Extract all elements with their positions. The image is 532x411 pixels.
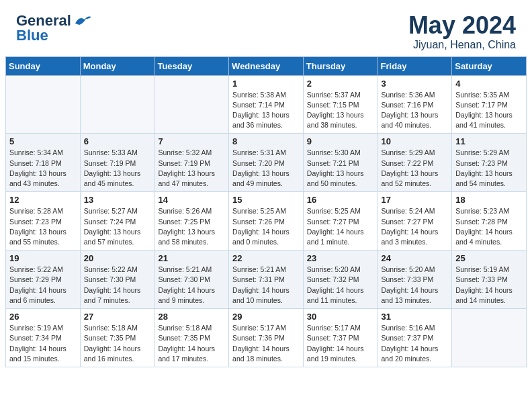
calendar-cell: 22Sunrise: 5:21 AM Sunset: 7:31 PM Dayli… xyxy=(229,250,304,309)
day-number: 18 xyxy=(455,195,523,205)
day-number: 11 xyxy=(455,136,523,146)
day-number: 8 xyxy=(232,136,300,146)
calendar-cell: 23Sunrise: 5:20 AM Sunset: 7:32 PM Dayli… xyxy=(303,250,378,309)
day-info: Sunrise: 5:20 AM Sunset: 7:33 PM Dayligh… xyxy=(382,265,449,306)
day-info: Sunrise: 5:34 AM Sunset: 7:18 PM Dayligh… xyxy=(9,148,77,189)
calendar-cell: 30Sunrise: 5:17 AM Sunset: 7:37 PM Dayli… xyxy=(303,309,378,367)
calendar-week: 19Sunrise: 5:22 AM Sunset: 7:29 PM Dayli… xyxy=(6,250,527,309)
day-number: 25 xyxy=(455,253,523,263)
calendar-cell: 24Sunrise: 5:20 AM Sunset: 7:33 PM Dayli… xyxy=(378,250,452,309)
day-info: Sunrise: 5:20 AM Sunset: 7:32 PM Dayligh… xyxy=(307,265,374,306)
day-info: Sunrise: 5:38 AM Sunset: 7:14 PM Dayligh… xyxy=(232,90,300,131)
day-number: 16 xyxy=(307,195,374,205)
weekday-header: Wednesday xyxy=(229,56,304,75)
day-number: 20 xyxy=(84,253,151,263)
day-number: 6 xyxy=(84,136,151,146)
calendar-cell: 21Sunrise: 5:21 AM Sunset: 7:30 PM Dayli… xyxy=(154,250,229,309)
day-number: 28 xyxy=(158,312,225,322)
day-number: 9 xyxy=(307,136,374,146)
calendar-cell: 6Sunrise: 5:33 AM Sunset: 7:19 PM Daylig… xyxy=(80,134,154,192)
day-number: 4 xyxy=(455,79,523,89)
day-number: 14 xyxy=(158,195,225,205)
day-info: Sunrise: 5:19 AM Sunset: 7:33 PM Dayligh… xyxy=(455,265,523,306)
weekday-header: Sunday xyxy=(6,56,81,75)
calendar-cell: 11Sunrise: 5:29 AM Sunset: 7:23 PM Dayli… xyxy=(452,134,527,192)
day-number: 1 xyxy=(232,79,300,89)
day-info: Sunrise: 5:32 AM Sunset: 7:19 PM Dayligh… xyxy=(158,148,225,189)
day-number: 22 xyxy=(232,253,300,263)
weekday-header: Friday xyxy=(378,56,452,75)
title-area: May 2024 Jiyuan, Henan, China xyxy=(408,12,516,51)
calendar-cell: 14Sunrise: 5:26 AM Sunset: 7:25 PM Dayli… xyxy=(154,192,229,250)
day-info: Sunrise: 5:22 AM Sunset: 7:29 PM Dayligh… xyxy=(9,265,77,306)
logo-blue-text: Blue xyxy=(16,27,48,44)
day-info: Sunrise: 5:19 AM Sunset: 7:34 PM Dayligh… xyxy=(9,323,77,364)
calendar-cell: 2Sunrise: 5:37 AM Sunset: 7:15 PM Daylig… xyxy=(303,75,378,134)
calendar-cell xyxy=(452,309,527,367)
day-info: Sunrise: 5:29 AM Sunset: 7:22 PM Dayligh… xyxy=(382,148,449,189)
day-info: Sunrise: 5:21 AM Sunset: 7:30 PM Dayligh… xyxy=(158,265,225,306)
day-info: Sunrise: 5:17 AM Sunset: 7:36 PM Dayligh… xyxy=(232,323,300,364)
day-number: 12 xyxy=(9,195,77,205)
calendar-cell: 8Sunrise: 5:31 AM Sunset: 7:20 PM Daylig… xyxy=(229,134,304,192)
calendar-cell: 31Sunrise: 5:16 AM Sunset: 7:37 PM Dayli… xyxy=(378,309,452,367)
day-number: 24 xyxy=(382,253,449,263)
calendar-cell: 5Sunrise: 5:34 AM Sunset: 7:18 PM Daylig… xyxy=(6,134,81,192)
day-info: Sunrise: 5:27 AM Sunset: 7:24 PM Dayligh… xyxy=(84,206,151,247)
calendar-cell: 1Sunrise: 5:38 AM Sunset: 7:14 PM Daylig… xyxy=(229,75,304,134)
calendar-cell: 3Sunrise: 5:36 AM Sunset: 7:16 PM Daylig… xyxy=(378,75,452,134)
calendar-cell: 19Sunrise: 5:22 AM Sunset: 7:29 PM Dayli… xyxy=(6,250,81,309)
calendar-subtitle: Jiyuan, Henan, China xyxy=(408,39,516,51)
day-info: Sunrise: 5:24 AM Sunset: 7:27 PM Dayligh… xyxy=(382,206,449,247)
day-info: Sunrise: 5:21 AM Sunset: 7:31 PM Dayligh… xyxy=(232,265,300,306)
calendar-cell: 20Sunrise: 5:22 AM Sunset: 7:30 PM Dayli… xyxy=(80,250,154,309)
calendar-cell xyxy=(80,75,154,134)
calendar-cell: 15Sunrise: 5:25 AM Sunset: 7:26 PM Dayli… xyxy=(229,192,304,250)
day-info: Sunrise: 5:35 AM Sunset: 7:17 PM Dayligh… xyxy=(455,90,523,131)
calendar-table: SundayMondayTuesdayWednesdayThursdayFrid… xyxy=(5,56,527,367)
day-info: Sunrise: 5:25 AM Sunset: 7:26 PM Dayligh… xyxy=(232,206,300,247)
weekday-header: Monday xyxy=(80,56,154,75)
calendar-cell: 28Sunrise: 5:18 AM Sunset: 7:35 PM Dayli… xyxy=(154,309,229,367)
calendar-week: 5Sunrise: 5:34 AM Sunset: 7:18 PM Daylig… xyxy=(6,134,527,192)
day-info: Sunrise: 5:17 AM Sunset: 7:37 PM Dayligh… xyxy=(307,323,374,364)
day-number: 7 xyxy=(158,136,225,146)
calendar-cell: 26Sunrise: 5:19 AM Sunset: 7:34 PM Dayli… xyxy=(6,309,81,367)
calendar-cell: 13Sunrise: 5:27 AM Sunset: 7:24 PM Dayli… xyxy=(80,192,154,250)
day-number: 31 xyxy=(382,312,449,322)
calendar-cell: 18Sunrise: 5:23 AM Sunset: 7:28 PM Dayli… xyxy=(452,192,527,250)
calendar-cell: 10Sunrise: 5:29 AM Sunset: 7:22 PM Dayli… xyxy=(378,134,452,192)
day-info: Sunrise: 5:18 AM Sunset: 7:35 PM Dayligh… xyxy=(158,323,225,364)
logo-bird-icon xyxy=(74,14,93,28)
day-number: 26 xyxy=(9,312,77,322)
day-number: 27 xyxy=(84,312,151,322)
calendar-week: 12Sunrise: 5:28 AM Sunset: 7:23 PM Dayli… xyxy=(6,192,527,250)
day-number: 13 xyxy=(84,195,151,205)
day-info: Sunrise: 5:26 AM Sunset: 7:25 PM Dayligh… xyxy=(158,206,225,247)
calendar-title: May 2024 xyxy=(408,12,516,39)
calendar-cell: 12Sunrise: 5:28 AM Sunset: 7:23 PM Dayli… xyxy=(6,192,81,250)
page-header: General Blue May 2024 Jiyuan, Henan, Chi… xyxy=(0,0,532,56)
day-info: Sunrise: 5:31 AM Sunset: 7:20 PM Dayligh… xyxy=(232,148,300,189)
weekday-header: Tuesday xyxy=(154,56,229,75)
calendar-cell xyxy=(154,75,229,134)
calendar-cell: 27Sunrise: 5:18 AM Sunset: 7:35 PM Dayli… xyxy=(80,309,154,367)
day-info: Sunrise: 5:30 AM Sunset: 7:21 PM Dayligh… xyxy=(307,148,374,189)
calendar-cell: 9Sunrise: 5:30 AM Sunset: 7:21 PM Daylig… xyxy=(303,134,378,192)
calendar-cell: 17Sunrise: 5:24 AM Sunset: 7:27 PM Dayli… xyxy=(378,192,452,250)
day-number: 23 xyxy=(307,253,374,263)
calendar-cell: 29Sunrise: 5:17 AM Sunset: 7:36 PM Dayli… xyxy=(229,309,304,367)
calendar-week: 1Sunrise: 5:38 AM Sunset: 7:14 PM Daylig… xyxy=(6,75,527,134)
weekday-header: Thursday xyxy=(303,56,378,75)
day-info: Sunrise: 5:25 AM Sunset: 7:27 PM Dayligh… xyxy=(307,206,374,247)
day-number: 21 xyxy=(158,253,225,263)
day-info: Sunrise: 5:29 AM Sunset: 7:23 PM Dayligh… xyxy=(455,148,523,189)
day-number: 2 xyxy=(307,79,374,89)
day-number: 30 xyxy=(307,312,374,322)
day-number: 17 xyxy=(382,195,449,205)
calendar-cell xyxy=(6,75,81,134)
header-row: SundayMondayTuesdayWednesdayThursdayFrid… xyxy=(6,56,527,75)
day-info: Sunrise: 5:16 AM Sunset: 7:37 PM Dayligh… xyxy=(382,323,449,364)
day-info: Sunrise: 5:36 AM Sunset: 7:16 PM Dayligh… xyxy=(382,90,449,131)
calendar-cell: 4Sunrise: 5:35 AM Sunset: 7:17 PM Daylig… xyxy=(452,75,527,134)
